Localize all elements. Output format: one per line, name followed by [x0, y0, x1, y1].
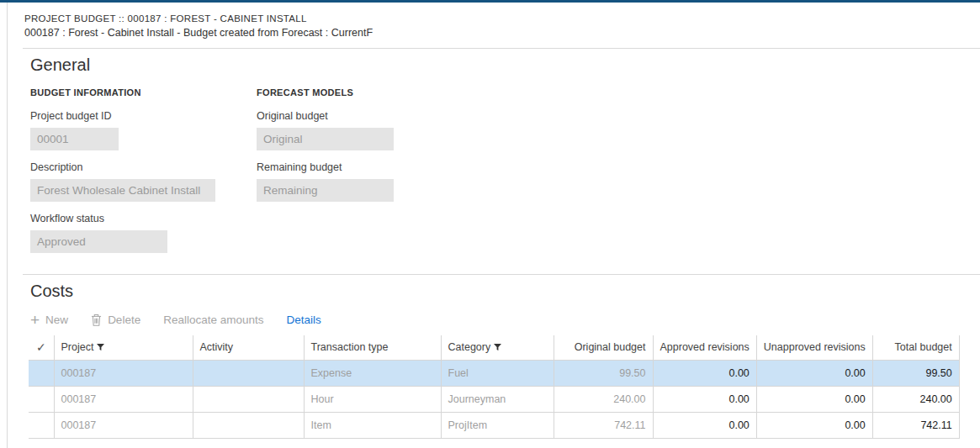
column-header-category[interactable]: Category: [441, 335, 554, 360]
total-budget-cell[interactable]: 240.00: [872, 386, 959, 412]
category-cell[interactable]: ProjItem: [441, 412, 554, 438]
group-forecast-models: FORECAST MODELS Original budget Original…: [257, 87, 425, 264]
project-cell[interactable]: 000187: [54, 412, 193, 438]
original-budget-cell[interactable]: 742.11: [554, 412, 653, 438]
description-label: Description: [30, 161, 216, 173]
costs-grid: ✓ Project Activity Transaction type Cate…: [29, 335, 960, 439]
general-heading: General: [30, 55, 980, 75]
unapproved-revisions-cell[interactable]: 0.00: [756, 412, 872, 438]
table-row[interactable]: 000187 Item ProjItem 742.11 0.00 0.00 74…: [29, 412, 959, 438]
column-header-total-budget[interactable]: Total budget: [872, 335, 959, 360]
reallocate-amounts-label: Reallocate amounts: [163, 314, 263, 326]
total-budget-cell[interactable]: 742.11: [872, 412, 959, 438]
workflow-status-label: Workflow status: [30, 213, 216, 224]
filter-icon: [97, 344, 104, 351]
trash-icon: [91, 314, 102, 326]
original-budget-cell[interactable]: 240.00: [554, 386, 653, 412]
activity-cell[interactable]: [193, 360, 304, 386]
unapproved-revisions-cell[interactable]: 0.00: [756, 386, 872, 412]
table-row[interactable]: 000187 Expense Fuel 99.50 0.00 0.00 99.5…: [29, 360, 959, 386]
row-select-cell[interactable]: [29, 360, 54, 386]
project-cell[interactable]: 000187: [54, 386, 193, 412]
field-remaining-budget: Remaining budget Remaining: [257, 161, 425, 202]
total-budget-header-label: Total budget: [895, 341, 952, 353]
original-budget-cell[interactable]: 99.50: [554, 360, 653, 386]
group-budget-information: BUDGET INFORMATION Project budget ID 000…: [30, 87, 216, 264]
select-all-header[interactable]: ✓: [29, 335, 54, 360]
page-title: PROJECT BUDGET :: 000187 : FOREST - CABI…: [24, 12, 978, 26]
page-subtitle: 000187 : Forest - Cabinet Install - Budg…: [24, 26, 978, 40]
row-select-cell[interactable]: [29, 412, 54, 438]
row-select-cell[interactable]: [29, 386, 54, 412]
transaction-type-cell[interactable]: Hour: [304, 386, 441, 412]
category-cell[interactable]: Fuel: [441, 360, 554, 386]
field-description: Description Forest Wholesale Cabinet Ins…: [30, 161, 216, 202]
column-header-original-budget[interactable]: Original budget: [554, 335, 653, 360]
approved-revisions-cell[interactable]: 0.00: [653, 386, 756, 412]
workflow-status-input[interactable]: Approved: [30, 230, 167, 253]
project-cell[interactable]: 000187: [54, 360, 193, 386]
checkmark-icon: ✓: [36, 340, 46, 354]
activity-cell[interactable]: [193, 386, 304, 412]
delete-button-label: Delete: [108, 314, 140, 326]
approved-revisions-header-label: Approved revisions: [660, 341, 750, 353]
group-title-forecast-models: FORECAST MODELS: [257, 87, 425, 98]
approved-revisions-cell[interactable]: 0.00: [653, 360, 756, 386]
field-original-budget: Original budget Original: [257, 110, 425, 150]
new-button[interactable]: + New: [30, 314, 68, 326]
category-cell[interactable]: Journeyman: [441, 386, 554, 412]
project-header-label: Project: [61, 341, 94, 353]
approved-revisions-cell[interactable]: 0.00: [653, 412, 756, 438]
original-budget-label: Original budget: [257, 110, 425, 122]
costs-heading: Costs: [30, 282, 980, 301]
costs-toolbar: + New Delete Reallocate amounts Details: [30, 314, 980, 326]
column-header-activity[interactable]: Activity: [193, 335, 304, 360]
column-header-approved-revisions[interactable]: Approved revisions: [653, 335, 756, 360]
column-header-transaction-type[interactable]: Transaction type: [304, 335, 441, 360]
delete-button[interactable]: Delete: [91, 314, 140, 326]
field-workflow-status: Workflow status Approved: [30, 213, 216, 253]
reallocate-amounts-button[interactable]: Reallocate amounts: [163, 314, 263, 326]
project-budget-id-input[interactable]: 00001: [30, 128, 119, 150]
category-header-label: Category: [448, 341, 491, 353]
filter-icon: [494, 344, 501, 351]
group-title-budget-information: BUDGET INFORMATION: [30, 87, 216, 98]
activity-cell[interactable]: [193, 412, 304, 438]
transaction-type-header-label: Transaction type: [311, 341, 389, 353]
column-header-unapproved-revisions[interactable]: Unapproved revisions: [756, 335, 872, 360]
description-input[interactable]: Forest Wholesale Cabinet Install: [30, 179, 215, 202]
details-button[interactable]: Details: [286, 314, 320, 326]
page-header: PROJECT BUDGET :: 000187 : FOREST - CABI…: [23, 3, 980, 49]
unapproved-revisions-header-label: Unapproved revisions: [764, 341, 866, 353]
table-row[interactable]: 000187 Hour Journeyman 240.00 0.00 0.00 …: [29, 386, 959, 412]
left-divider: [7, 3, 8, 448]
field-project-budget-id: Project budget ID 00001: [30, 110, 216, 150]
original-budget-header-label: Original budget: [575, 341, 646, 353]
project-budget-id-label: Project budget ID: [30, 110, 216, 122]
grid-header-row: ✓ Project Activity Transaction type Cate…: [29, 335, 959, 360]
remaining-budget-label: Remaining budget: [257, 161, 425, 173]
section-costs: Costs + New Delete Reallocate amounts De…: [23, 275, 980, 447]
original-budget-input[interactable]: Original: [257, 128, 394, 150]
details-button-label: Details: [286, 314, 320, 326]
unapproved-revisions-cell[interactable]: 0.00: [756, 360, 872, 386]
total-budget-cell[interactable]: 99.50: [872, 360, 959, 386]
remaining-budget-input[interactable]: Remaining: [257, 179, 394, 202]
activity-header-label: Activity: [200, 341, 234, 353]
column-header-project[interactable]: Project: [54, 335, 193, 360]
new-button-label: New: [45, 314, 68, 326]
plus-icon: +: [30, 314, 40, 326]
transaction-type-cell[interactable]: Item: [304, 412, 441, 438]
section-general: General BUDGET INFORMATION Project budge…: [23, 49, 980, 275]
transaction-type-cell[interactable]: Expense: [304, 360, 441, 386]
